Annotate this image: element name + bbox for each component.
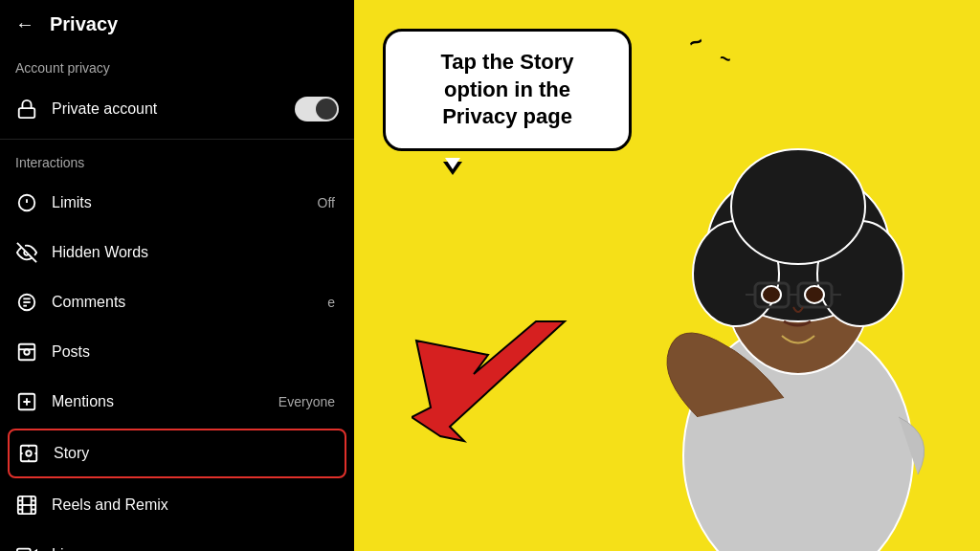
squiggle-1: ~ [685,27,707,56]
posts-label: Posts [52,343,339,361]
hidden-words-icon [15,241,38,264]
speech-bubble-text: Tap the Story option in the Privacy page [407,49,608,131]
red-arrow [412,264,603,455]
reels-icon [15,494,38,517]
interactions-section-label: Interactions [0,143,354,178]
limits-icon [15,191,38,214]
private-account-toggle[interactable] [295,97,339,121]
mentions-label: Mentions [52,393,265,410]
posts-item[interactable]: Posts [0,327,354,377]
person-svg [640,92,956,551]
private-account-label: Private account [52,100,281,118]
divider-1 [0,139,354,140]
account-privacy-section-label: Account privacy [0,49,354,83]
svg-rect-0 [19,108,35,118]
reels-item[interactable]: Reels and Remix [0,480,354,530]
mentions-item[interactable]: Mentions Everyone [0,377,354,427]
live-icon [15,543,38,551]
reels-label: Reels and Remix [52,496,339,514]
svg-point-36 [762,286,781,303]
back-button[interactable]: ← [15,13,34,35]
mentions-value: Everyone [278,394,335,409]
comments-item[interactable]: Comments e [0,277,354,327]
screen-title: Privacy [50,13,118,35]
screen-header: ← Privacy [0,0,354,49]
svg-marker-23 [412,321,565,441]
limits-value: Off [318,195,335,210]
squiggle-2: ~ [718,47,734,71]
limits-item[interactable]: Limits Off [0,178,354,228]
svg-rect-11 [21,446,37,462]
comments-label: Comments [52,294,314,311]
hidden-words-label: Hidden Words [52,244,339,261]
comments-icon [15,291,38,314]
live-label: Live [52,546,339,551]
svg-point-12 [26,451,32,456]
svg-rect-7 [19,344,35,361]
limits-label: Limits [52,194,304,211]
hidden-words-item[interactable]: Hidden Words [0,228,354,277]
comments-value: e [327,295,335,310]
svg-point-37 [805,286,824,303]
lock-icon [15,98,38,121]
story-icon [17,442,40,465]
speech-bubble: Tap the Story option in the Privacy page [383,29,632,151]
story-item[interactable]: Story [10,430,345,476]
story-highlighted-wrapper: Story [8,429,346,478]
person-figure [616,73,980,551]
svg-point-30 [731,149,865,264]
story-label: Story [54,445,337,462]
live-item[interactable]: Live [0,530,354,551]
privacy-screen: ← Privacy Account privacy Private accoun… [0,0,354,551]
right-panel: Tap the Story option in the Privacy page [354,0,980,551]
mentions-icon [15,390,38,413]
posts-icon [15,341,38,364]
private-account-item[interactable]: Private account [0,83,354,135]
